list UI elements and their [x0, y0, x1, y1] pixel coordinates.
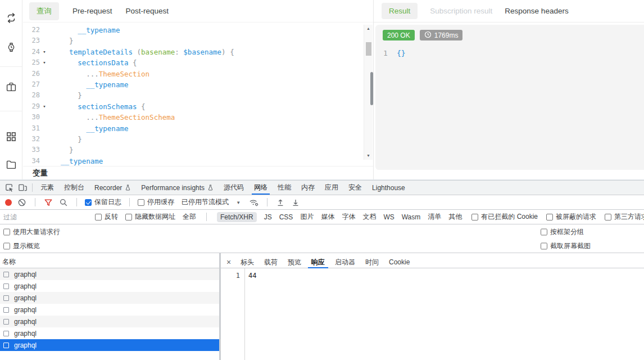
show-overview-checkbox[interactable]: 显示概览	[3, 241, 40, 251]
detail-tab-item-2[interactable]: 预览	[283, 256, 306, 268]
network-conditions-icon[interactable]	[249, 197, 259, 208]
scroll-up-icon[interactable]: ▲	[364, 26, 373, 32]
devtools-tab-item-6[interactable]: 性能	[273, 181, 296, 195]
devtools-tab-item-0[interactable]: 元素	[35, 181, 59, 195]
swap-icon[interactable]	[6, 12, 17, 24]
devtools-tab-item-4[interactable]: 源代码	[219, 181, 249, 195]
hide-data-urls-checkbox[interactable]: 隐藏数据网址	[125, 212, 175, 222]
pane-splitter-handle[interactable]	[370, 72, 373, 105]
clear-icon[interactable]	[17, 197, 27, 208]
code-text[interactable]: ...ThemeSection	[49, 69, 149, 79]
filter-type-wasm[interactable]: Wasm	[402, 213, 421, 221]
code-text[interactable]: __typename	[49, 156, 103, 166]
grid-icon[interactable]	[6, 131, 17, 142]
filter-type-css[interactable]: CSS	[279, 213, 293, 221]
request-row[interactable]: graphql	[0, 316, 219, 327]
filter-checkbox-item-1[interactable]: 被屏蔽的请求	[546, 212, 596, 222]
device-toolbar-icon[interactable]	[16, 181, 29, 195]
code-text[interactable]: __typename	[49, 79, 128, 90]
filter-type-js[interactable]: JS	[264, 213, 272, 221]
scrollbar-thumb[interactable]	[366, 42, 371, 56]
detail-tab-item-3[interactable]: 响应	[306, 256, 330, 268]
invert-checkbox[interactable]: 反转	[95, 212, 118, 222]
name-column-header[interactable]: 名称	[2, 257, 16, 267]
variables-section-header[interactable]: 变量	[23, 166, 373, 179]
record-button[interactable]	[5, 199, 12, 206]
code-text[interactable]: sectionSchemas {	[49, 101, 146, 112]
devtools-tab-item-1[interactable]: 控制台	[59, 181, 89, 195]
detail-tab-item-0[interactable]: 标头	[235, 256, 259, 268]
checkbox[interactable]	[541, 242, 547, 249]
response-tab-response-headers[interactable]: Response headers	[505, 7, 568, 15]
detail-tab-item-4[interactable]: 启动器	[330, 256, 360, 268]
filter-type-item-5[interactable]: 媒体	[321, 212, 334, 222]
fold-arrow-icon[interactable]: ▾	[40, 57, 49, 68]
request-tab-post-request[interactable]: Post-request	[126, 7, 169, 15]
request-table-header[interactable]: 名称	[0, 256, 219, 268]
filter-type-item-11[interactable]: 其他	[448, 212, 462, 222]
inspect-element-icon[interactable]	[2, 181, 16, 195]
code-text[interactable]: ...ThemeSectionSchema	[49, 112, 175, 123]
code-text[interactable]: __typename	[49, 25, 120, 35]
devtools-tab-item-9[interactable]: 安全	[343, 181, 367, 195]
briefcase-icon[interactable]	[6, 82, 17, 93]
query-editor[interactable]: 22 __typename23 }24▾ templateDetails (ba…	[23, 22, 358, 166]
filter-checkbox-cookie[interactable]: 有已拦截的 Cookie	[471, 212, 538, 222]
request-row[interactable]: graphql	[0, 268, 219, 280]
group-frames-checkbox[interactable]: 按框架分组	[541, 227, 584, 237]
devtools-tab-performance-insights[interactable]: Performance insights	[136, 181, 219, 195]
code-text[interactable]: templateDetails (basename: $basename) {	[49, 47, 234, 57]
search-icon[interactable]	[58, 197, 69, 208]
filter-type-ws[interactable]: WS	[383, 213, 394, 221]
response-tab-result[interactable]: Result	[382, 3, 418, 19]
code-text[interactable]: __typename	[49, 123, 128, 134]
filter-type-item-7[interactable]: 文档	[362, 212, 376, 222]
filter-type-item-6[interactable]: 字体	[342, 212, 355, 222]
code-text[interactable]: }	[49, 145, 74, 155]
close-icon[interactable]: ×	[223, 258, 234, 267]
code-text[interactable]: }	[49, 90, 82, 101]
checkbox[interactable]	[85, 199, 92, 206]
devtools-tab-lighthouse[interactable]: Lighthouse	[367, 181, 410, 195]
folder-icon[interactable]	[6, 159, 17, 170]
watch-icon[interactable]	[6, 42, 17, 53]
request-tab-pre-request[interactable]: Pre-request	[72, 7, 112, 15]
checkbox[interactable]	[471, 214, 478, 220]
filter-type-fetch-xhr[interactable]: Fetch/XHR	[217, 212, 257, 222]
filter-type-item-10[interactable]: 清单	[428, 212, 441, 222]
code-text[interactable]: sectionsData {	[49, 57, 137, 68]
fold-arrow-icon[interactable]: ▾	[40, 101, 49, 112]
request-row[interactable]: graphql	[0, 280, 219, 292]
checkbox[interactable]	[3, 242, 10, 249]
response-tab-subscription-result[interactable]: Subscription result	[430, 7, 492, 15]
import-har-icon[interactable]	[275, 197, 285, 208]
checkbox[interactable]	[125, 214, 132, 220]
devtools-tab-item-5[interactable]: 网络	[249, 181, 273, 195]
code-text[interactable]: }	[49, 35, 74, 46]
throttling-dropdown[interactable]: 已停用节流模式 ▼	[182, 197, 241, 207]
request-row[interactable]: graphql	[0, 339, 219, 351]
checkbox[interactable]	[605, 214, 611, 220]
detail-tab-item-1[interactable]: 载荷	[259, 256, 283, 268]
request-tab-item-0[interactable]: 查询	[29, 2, 59, 20]
checkbox[interactable]	[138, 199, 144, 206]
checkbox[interactable]	[546, 214, 553, 220]
export-har-icon[interactable]	[291, 197, 301, 208]
filter-icon[interactable]	[43, 197, 53, 208]
code-text[interactable]: }	[49, 134, 82, 145]
request-row[interactable]: graphql	[0, 327, 219, 339]
checkbox[interactable]	[541, 228, 547, 235]
filter-checkbox-item-2[interactable]: 第三方请求	[605, 212, 644, 222]
detail-tab-cookie[interactable]: Cookie	[384, 256, 415, 268]
capture-screenshots-checkbox[interactable]: 截取屏幕截图	[541, 241, 591, 251]
filter-type-item-0[interactable]: 全部	[183, 212, 196, 222]
devtools-tab-recorder[interactable]: Recorder	[89, 181, 136, 195]
filter-type-item-4[interactable]: 图片	[300, 212, 314, 222]
detail-tab-item-5[interactable]: 时间	[360, 256, 384, 268]
devtools-tab-item-8[interactable]: 应用	[320, 181, 343, 195]
devtools-tab-item-7[interactable]: 内存	[296, 181, 320, 195]
large-rows-checkbox[interactable]: 使用大量请求行	[3, 227, 60, 237]
checkbox[interactable]	[3, 228, 10, 235]
disable-cache-checkbox[interactable]: 停用缓存	[138, 197, 174, 207]
request-row[interactable]: graphql	[0, 292, 219, 304]
